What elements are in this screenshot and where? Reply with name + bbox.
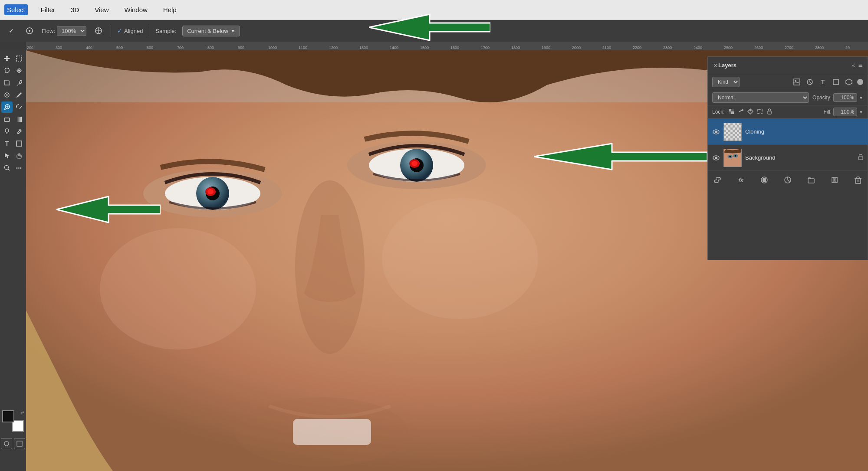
layers-menu-icon[interactable]: ≡ [858, 62, 862, 69]
spot-heal-tool[interactable] [1, 89, 13, 101]
opacity-input[interactable] [833, 93, 857, 102]
tool-row-4 [0, 89, 26, 101]
filter-shape-layers-btn[interactable] [831, 77, 841, 87]
sample-dropdown[interactable]: Current & Below ▼ [182, 26, 240, 36]
clone-stamp-tool[interactable] [1, 101, 13, 113]
layer-visibility-background[interactable] [712, 154, 720, 162]
add-layer-group-btn[interactable] [806, 175, 816, 185]
eraser-tool[interactable] [1, 114, 13, 125]
svg-rect-63 [808, 179, 814, 183]
svg-point-53 [715, 157, 717, 159]
svg-point-58 [735, 155, 736, 157]
hand-tool[interactable] [13, 150, 25, 161]
quick-select-tool[interactable] [13, 65, 25, 76]
flow-select[interactable]: 100% [57, 26, 86, 36]
svg-rect-15 [16, 141, 22, 146]
quick-mask-off-btn[interactable] [1, 438, 12, 449]
layer-thumbnail-background [723, 149, 742, 167]
fill-input[interactable] [833, 108, 857, 116]
brush-preset-btn[interactable] [23, 25, 36, 37]
layers-collapse-icon[interactable]: « [852, 62, 855, 69]
blending-mode-dropdown[interactable]: Normal [712, 92, 809, 103]
ruler-inner: 200 300 400 500 600 700 800 900 1000 110… [26, 42, 868, 50]
layer-visibility-cloning[interactable] [712, 128, 720, 136]
svg-rect-44 [731, 111, 734, 114]
zoom-tool[interactable] [1, 162, 13, 173]
svg-rect-42 [833, 79, 838, 85]
add-layer-style-btn[interactable]: fx [736, 175, 746, 185]
layer-lock-icon [858, 154, 863, 161]
tool-row-6 [0, 114, 26, 125]
aligned-label: Aligned [124, 28, 143, 34]
link-layers-btn[interactable] [712, 175, 723, 185]
dodge-tool[interactable] [1, 126, 13, 137]
add-layer-btn[interactable] [829, 175, 840, 185]
layers-panel-close-btn[interactable]: ✕ [713, 62, 718, 69]
brush-tool[interactable] [13, 89, 25, 101]
layer-item-background[interactable]: Background [708, 145, 868, 171]
filter-pixel-layers-btn[interactable] [792, 77, 802, 87]
svg-point-56 [729, 156, 731, 157]
tool-row-1 [0, 53, 26, 64]
lock-icons [728, 108, 773, 116]
blending-mode-row: Normal Opacity: ▼ [708, 90, 868, 105]
fill-label: Fill: [823, 109, 832, 115]
lock-image-pixels-btn[interactable] [738, 108, 744, 116]
check-mark: ✓ [117, 27, 122, 34]
menu-3d[interactable]: 3D [68, 4, 82, 15]
lock-artboard-btn[interactable] [757, 108, 763, 116]
sample-chevron-icon: ▼ [231, 29, 235, 33]
pen-tool[interactable] [13, 126, 25, 137]
kind-dropdown[interactable]: Kind [712, 77, 740, 87]
clone-source-btn[interactable] [92, 25, 105, 37]
delete-layer-btn[interactable] [853, 175, 863, 185]
lock-all-btn[interactable] [766, 108, 773, 116]
crop-tool[interactable] [1, 77, 13, 88]
more-tools-btn[interactable]: ••• [13, 162, 25, 173]
gradient-tool[interactable] [13, 114, 25, 125]
menu-window[interactable]: Window [122, 4, 150, 15]
layers-kind-row: Kind T [708, 74, 868, 90]
svg-line-17 [8, 169, 10, 171]
svg-rect-12 [16, 117, 22, 122]
menu-help[interactable]: Help [161, 4, 179, 15]
layer-item-cloning[interactable]: Cloning [708, 119, 868, 145]
marquee-tool[interactable] [13, 53, 25, 64]
filter-adjustment-layers-btn[interactable] [805, 77, 815, 87]
lock-position-btn[interactable] [747, 108, 753, 116]
swap-colors-icon[interactable]: ⇄ [20, 410, 24, 415]
screen-mode-btn[interactable] [14, 438, 25, 449]
svg-point-47 [742, 109, 743, 111]
foreground-color-swatch[interactable] [2, 410, 14, 422]
commit-btn[interactable]: ✓ [5, 25, 17, 37]
lock-transparent-pixels-btn[interactable] [728, 108, 734, 116]
add-mask-btn[interactable] [759, 175, 769, 185]
menu-select[interactable]: Select [4, 4, 28, 15]
menu-view[interactable]: View [92, 4, 111, 15]
lasso-tool[interactable] [1, 65, 13, 76]
layer-name-background: Background [745, 154, 855, 161]
svg-rect-46 [731, 109, 734, 111]
opacity-dropdown-arrow[interactable]: ▼ [859, 95, 863, 100]
toolbar-divider-1 [111, 25, 111, 37]
svg-point-14 [20, 129, 21, 131]
menu-bar: Select Filter 3D View Window Help [0, 0, 868, 20]
svg-rect-49 [768, 111, 771, 114]
tool-row-10: ••• [0, 162, 26, 173]
shape-tool[interactable] [13, 138, 25, 149]
filter-type-layers-btn[interactable]: T [818, 77, 828, 87]
filter-smart-obj-btn[interactable] [844, 77, 854, 87]
eyedropper-tool[interactable] [13, 77, 25, 88]
type-tool[interactable]: T [1, 138, 13, 149]
circle-filter-btn[interactable] [857, 79, 863, 85]
svg-rect-11 [4, 118, 10, 121]
path-select-tool[interactable] [1, 150, 13, 161]
menu-filter[interactable]: Filter [38, 4, 58, 15]
layer-thumbnail-cloning [723, 123, 742, 141]
history-brush-tool[interactable] [13, 101, 25, 113]
lock-label: Lock: [712, 109, 725, 115]
flow-label: Flow: [42, 28, 55, 34]
fill-dropdown-arrow[interactable]: ▼ [859, 110, 863, 114]
move-tool[interactable] [1, 53, 13, 64]
add-adjustment-layer-btn[interactable] [783, 175, 793, 185]
